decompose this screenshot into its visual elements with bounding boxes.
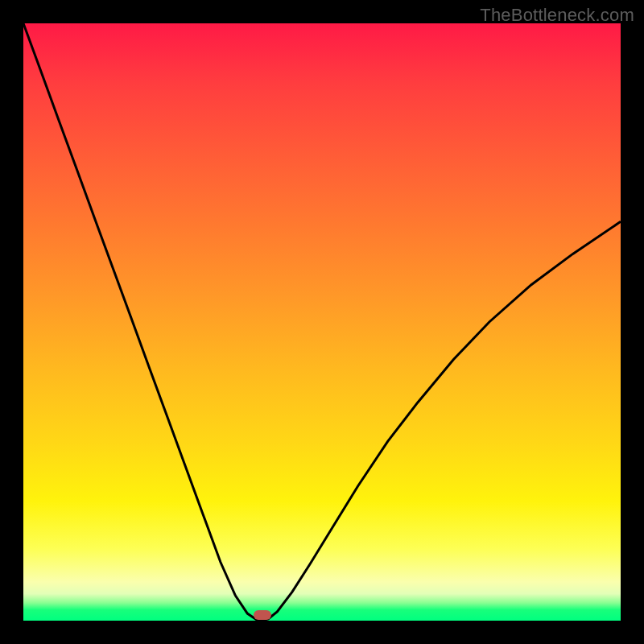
watermark-text: TheBottleneck.com bbox=[480, 5, 634, 26]
curve-svg bbox=[23, 23, 621, 621]
optimal-marker bbox=[254, 610, 271, 620]
bottleneck-curve bbox=[23, 23, 621, 621]
chart-frame: TheBottleneck.com bbox=[0, 0, 644, 644]
plot-area bbox=[23, 23, 621, 621]
